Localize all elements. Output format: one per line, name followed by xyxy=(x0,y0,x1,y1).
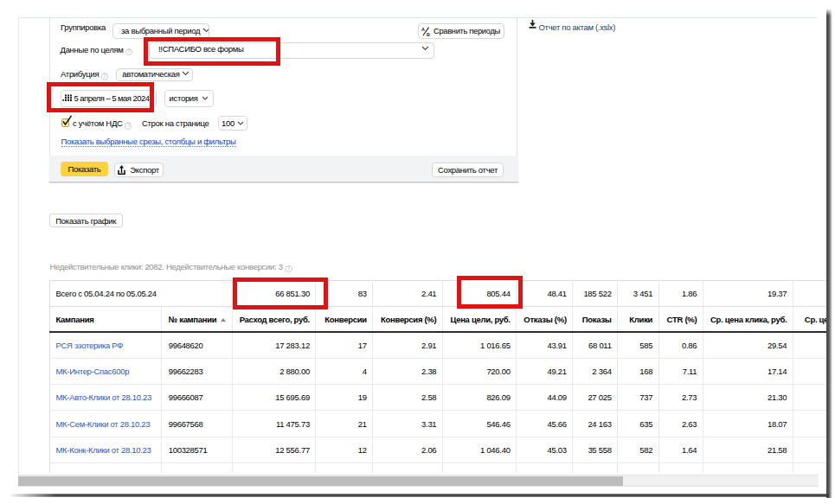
svg-text:B: B xyxy=(427,32,430,36)
svg-text:A: A xyxy=(421,27,425,32)
